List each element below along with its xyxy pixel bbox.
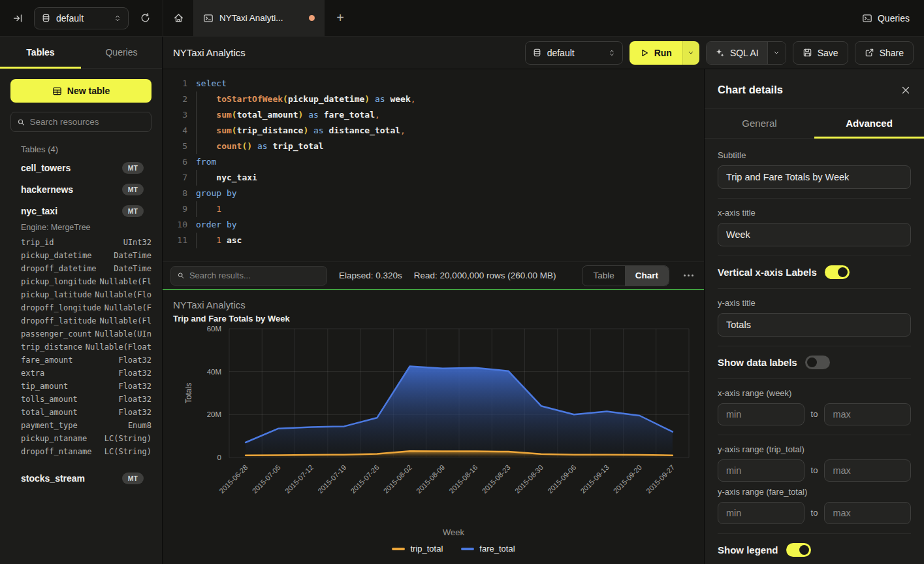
legend-label: trip_total	[410, 544, 443, 554]
save-button[interactable]: Save	[793, 41, 848, 65]
share-button[interactable]: Share	[855, 41, 914, 65]
sidebar-tabs: Tables Queries	[0, 37, 162, 69]
column-type: Nullable(UIn	[95, 329, 151, 339]
line-number: 2	[170, 91, 187, 107]
code-line[interactable]: 4 sum(trip_distance) as distance_total,	[170, 123, 704, 139]
sidebar-tab-tables[interactable]: Tables	[0, 37, 81, 68]
vertical-labels-toggle[interactable]	[825, 265, 850, 279]
collapse-sidebar-button[interactable]	[8, 8, 27, 28]
plus-icon: +	[336, 10, 344, 25]
sidebar-search-input[interactable]	[30, 117, 145, 127]
tab-advanced[interactable]: Advanced	[814, 108, 924, 138]
new-table-label: New table	[67, 86, 110, 96]
code-token	[196, 233, 216, 248]
column-type: Float32	[118, 395, 151, 404]
code-line[interactable]: 7 nyc_taxi	[170, 170, 704, 186]
page-title: NYTaxi Analytics	[173, 47, 246, 58]
results-search[interactable]	[170, 266, 327, 286]
column-row: trip_distanceNullable(Float	[0, 340, 162, 354]
table-item-cell_towers[interactable]: cell_towersMT	[0, 157, 162, 178]
legend-item-trip_total[interactable]: trip_total	[392, 544, 443, 554]
y-axis-range-fare-max-input[interactable]	[824, 502, 911, 524]
code-token: fare_total	[324, 107, 375, 123]
y-axis-range-trip-min-input[interactable]	[718, 459, 805, 482]
run-options-button[interactable]	[682, 41, 699, 65]
y-axis-range-fare-min-input[interactable]	[718, 502, 805, 524]
show-data-labels-toggle[interactable]	[805, 356, 830, 369]
sidebar-tab-queries[interactable]: Queries	[81, 37, 162, 68]
view-toggle-chart[interactable]: Chart	[625, 266, 669, 286]
sql-ai-options-button[interactable]	[767, 42, 786, 64]
column-row: total_amountFloat32	[0, 406, 162, 419]
chart-details-panel: Chart details General Advanced Subtitle …	[704, 69, 924, 564]
code-line[interactable]: 6from	[170, 154, 704, 170]
new-tab-button[interactable]: +	[325, 0, 356, 36]
code-token: 1	[216, 233, 221, 248]
subtitle-input[interactable]	[718, 165, 911, 189]
code-line[interactable]: 1select	[170, 76, 704, 91]
query-database-selector[interactable]: default	[525, 41, 623, 65]
view-toggle: Table Chart	[582, 265, 669, 286]
close-icon[interactable]	[900, 85, 911, 95]
code-token	[196, 107, 216, 123]
sql-ai-button[interactable]: SQL AI	[706, 41, 786, 65]
range-to-label: to	[811, 409, 818, 419]
code-token: (	[283, 91, 288, 107]
show-data-labels-label: Show data labels	[718, 357, 797, 368]
sidebar-body: New table Tables (4) cell_towersMThacker…	[0, 69, 162, 489]
new-table-button[interactable]: New table	[10, 79, 151, 103]
code-token: trip_distance	[237, 123, 304, 139]
area-chart[interactable]: 020M40M60M2015-06-282015-07-052015-07-12…	[173, 323, 695, 530]
table-item-stocks_stream[interactable]: stocks_streamMT	[0, 467, 162, 489]
engine-badge: MT	[122, 162, 144, 174]
code-token	[196, 139, 216, 154]
x-axis-range-max-input[interactable]	[824, 403, 911, 425]
query-tab[interactable]: NYTaxi Analyti...	[194, 0, 325, 36]
column-type: Float32	[118, 356, 151, 365]
column-name: dropoff_latitude	[21, 316, 97, 325]
y-axis-title-input[interactable]	[718, 313, 911, 337]
run-button[interactable]: Run	[629, 41, 699, 65]
database-selector[interactable]: default	[34, 7, 129, 29]
run-button-main[interactable]: Run	[629, 41, 682, 65]
elapsed-stat: Elapsed: 0.320s	[339, 271, 402, 280]
sidebar-search[interactable]	[10, 112, 151, 132]
column-type: DateTime	[114, 264, 151, 273]
code-line[interactable]: 8group by	[170, 186, 704, 201]
code-token: )	[364, 91, 370, 107]
editor-toolbar: NYTaxi Analytics default Run	[163, 37, 924, 69]
code-line[interactable]: 9 1	[170, 201, 704, 217]
vertical-labels-label: Vertical x-axis Labels	[718, 267, 817, 278]
database-icon	[41, 13, 51, 23]
code-line[interactable]: 5 count() as trip_total	[170, 139, 704, 154]
code-line[interactable]: 3 sum(total_amount) as fare_total,	[170, 107, 704, 123]
show-legend-toggle[interactable]	[786, 543, 811, 557]
table-item-nyc_taxi[interactable]: nyc_taxiMT	[0, 200, 162, 222]
code-token: as	[308, 107, 319, 123]
sql-editor[interactable]: 1select2 toStartOfWeek(pickup_datetime) …	[163, 69, 704, 261]
code-line[interactable]: 11 1 asc	[170, 233, 704, 248]
x-axis-title-input[interactable]	[718, 223, 911, 246]
chevron-updown-icon	[114, 14, 121, 22]
results-search-input[interactable]	[189, 271, 321, 280]
tab-general[interactable]: General	[705, 108, 814, 138]
column-type: Nullable(Flo	[95, 290, 151, 299]
code-token: total_amount	[237, 107, 298, 123]
view-toggle-table[interactable]: Table	[582, 266, 624, 286]
y-axis-range-trip-max-input[interactable]	[824, 459, 911, 482]
y-axis-range-trip-label: y-axis range (trip_total)	[718, 444, 911, 454]
sql-ai-button-main[interactable]: SQL AI	[707, 42, 767, 64]
code-line[interactable]: 10order by	[170, 217, 704, 233]
refresh-button[interactable]	[135, 8, 155, 28]
table-item-hackernews[interactable]: hackernewsMT	[0, 178, 162, 200]
x-axis-range-min-input[interactable]	[718, 403, 805, 425]
home-button[interactable]	[163, 0, 194, 36]
legend-item-fare_total[interactable]: fare_total	[461, 544, 515, 554]
code-line[interactable]: 2 toStartOfWeek(pickup_datetime) as week…	[170, 91, 704, 107]
subtitle-label: Subtitle	[718, 150, 911, 160]
column-type: UInt32	[123, 238, 151, 247]
queries-link[interactable]: Queries	[862, 13, 910, 24]
results-more-button[interactable]	[681, 274, 696, 276]
column-type: DateTime	[114, 251, 151, 260]
column-row: trip_idUInt32	[0, 236, 162, 249]
